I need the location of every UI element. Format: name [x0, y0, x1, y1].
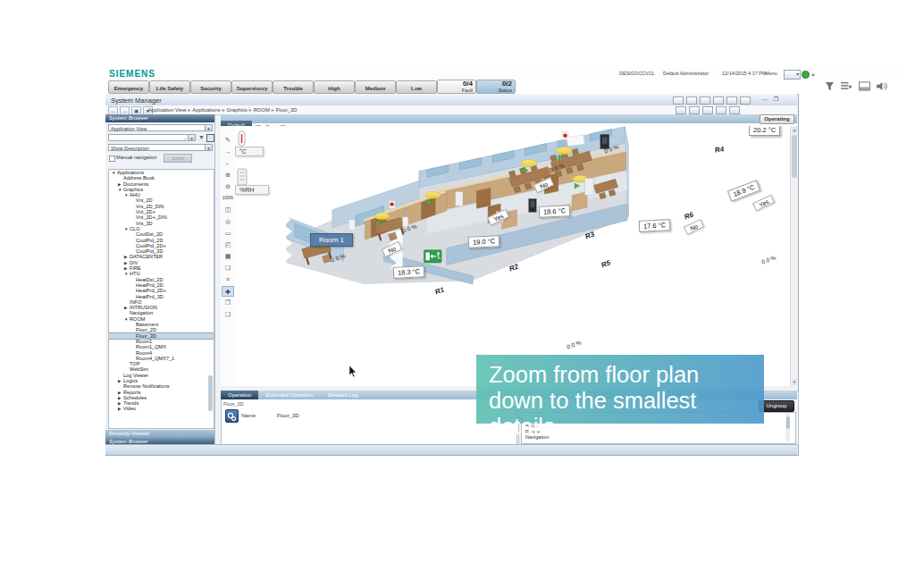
layout-icon[interactable]: [726, 97, 737, 105]
search-input[interactable]: ⌕ ▾: [108, 134, 196, 141]
canvas-scrollbar[interactable]: ▲ ▼: [790, 126, 798, 386]
room-door-label[interactable]: R2: [508, 262, 519, 273]
air-percent-label[interactable]: 0.0 %: [330, 252, 346, 263]
room-door-label[interactable]: R5: [600, 258, 611, 269]
room-door-label[interactable]: R4: [715, 145, 724, 155]
edit-tool[interactable]: ✎: [222, 135, 234, 146]
status-button-life-safety[interactable]: Life Safety: [149, 80, 190, 94]
manual-navigation-checkbox[interactable]: [109, 155, 115, 162]
status-button-trouble[interactable]: Trouble: [273, 80, 314, 94]
zoom-in-tool[interactable]: ⊕: [222, 170, 234, 181]
layout-icon[interactable]: [700, 97, 710, 105]
temperature-label[interactable]: 19.0 °C: [468, 235, 500, 248]
presence-tag[interactable]: No: [533, 177, 554, 193]
air-percent-label[interactable]: 0.0 %: [603, 143, 619, 154]
temperature-label[interactable]: 18.3 °C: [393, 265, 425, 279]
temperature-label[interactable]: 18.6 °C: [539, 205, 571, 218]
presence-tag[interactable]: No: [684, 219, 704, 235]
tree-scrollbar[interactable]: [208, 375, 213, 411]
rect-select-tool[interactable]: ▭: [222, 228, 234, 239]
tab-extended-operation[interactable]: Extended Operation: [258, 391, 320, 399]
view-icon[interactable]: [702, 106, 713, 114]
status-button-medium[interactable]: Medium: [355, 80, 396, 94]
layers-tool[interactable]: ❏: [222, 263, 234, 273]
layout-icon[interactable]: [713, 97, 724, 105]
breadcrumb-item[interactable]: Floor_3D: [276, 107, 298, 113]
zoom-region-tool[interactable]: ◰: [222, 239, 234, 250]
breadcrumb[interactable]: Application View▸Applications▸Graphics▸R…: [148, 107, 297, 113]
collapse-header-icon[interactable]: ▲: [810, 71, 816, 77]
menu-label[interactable]: Menu: [765, 71, 777, 76]
view-icon[interactable]: [689, 106, 700, 114]
event-list-icon[interactable]: [841, 81, 852, 91]
tab-detailed-log[interactable]: Detailed Log: [321, 391, 365, 399]
save-icon[interactable]: [206, 134, 214, 142]
tree-right-icon[interactable]: ▶: [118, 407, 123, 412]
status-button-supervisory[interactable]: Supervisory: [231, 80, 273, 94]
back-tool[interactable]: ←: [222, 158, 234, 169]
view-icon[interactable]: [716, 106, 726, 114]
status-button-high[interactable]: High: [314, 80, 355, 94]
pane-icon[interactable]: [859, 81, 870, 91]
fit-width-tool[interactable]: ◫: [222, 205, 234, 215]
breadcrumb-item[interactable]: Applications: [192, 107, 220, 113]
presence-tag[interactable]: Yes: [752, 195, 775, 212]
layout-icon[interactable]: [673, 97, 684, 105]
status-counter[interactable]: 0/2 Status: [476, 80, 516, 94]
breadcrumb-item[interactable]: Application View: [148, 107, 186, 113]
status-button-emergency[interactable]: Emergency: [108, 80, 149, 94]
status-button-security[interactable]: Security: [190, 80, 231, 94]
tab-operation[interactable]: Operation: [221, 391, 258, 399]
related-list-scrollbar[interactable]: [785, 413, 790, 441]
temperature-label[interactable]: 18.9 °C: [727, 180, 760, 202]
air-percent-label[interactable]: 0.0 %: [401, 223, 417, 233]
window-title: System Manager: [111, 97, 162, 105]
view-icon[interactable]: [676, 106, 686, 114]
zoom-level[interactable]: 100%: [222, 193, 234, 204]
layout-icon[interactable]: [740, 97, 751, 105]
description-selector[interactable]: Show Description▾: [108, 144, 213, 151]
copy-view-tool[interactable]: ❐: [222, 298, 234, 308]
room-door-label[interactable]: R1: [434, 285, 445, 296]
system-browser-header[interactable]: System Browser: [105, 114, 214, 122]
layout-icon[interactable]: [686, 97, 697, 105]
forward-tool[interactable]: →: [222, 147, 234, 157]
zoom-out-tool[interactable]: ⊖: [222, 181, 234, 192]
connection-status-icon: [802, 71, 810, 79]
property-value[interactable]: Floor_3D: [277, 413, 299, 418]
air-percent-label[interactable]: 0.0 %: [549, 162, 565, 172]
align-tool[interactable]: ≡: [222, 274, 234, 285]
temperature-label[interactable]: 17.6 °C: [639, 219, 671, 232]
gears-icon[interactable]: [225, 409, 239, 423]
floorplan-canvas[interactable]: °C %RH 0.0 %0.0 %0.0 %0.0 %0.0 %0.0 %18.…: [235, 126, 790, 386]
breadcrumb-item[interactable]: Graphics: [227, 107, 248, 113]
pan-tool[interactable]: ✚: [222, 286, 234, 297]
air-percent-label[interactable]: 0.0 %: [566, 339, 582, 349]
print-tool[interactable]: ❑: [222, 309, 234, 320]
air-percent-label[interactable]: 0.0 %: [760, 254, 776, 265]
recently-viewed-header[interactable]: Recently Viewed: [105, 430, 214, 438]
tree-item-video[interactable]: ▶Video: [109, 406, 214, 411]
status-button-low[interactable]: Low: [396, 80, 437, 94]
operating-button[interactable]: Operating: [760, 114, 794, 124]
presence-tag[interactable]: Yes: [487, 209, 509, 226]
presence-tag[interactable]: No: [382, 241, 402, 257]
restore-icon[interactable]: ❐: [772, 96, 780, 103]
filter-icon[interactable]: [825, 81, 835, 91]
grid-tool[interactable]: ▦: [222, 251, 234, 262]
view-selector[interactable]: Application View▾: [108, 124, 213, 131]
view-icon[interactable]: [729, 106, 740, 114]
minimize-icon[interactable]: —: [760, 96, 768, 103]
ungroup-button[interactable]: Ungroup: [759, 400, 794, 412]
room-door-label[interactable]: R3: [584, 230, 595, 240]
speaker-icon[interactable]: [877, 81, 887, 91]
room1-badge[interactable]: Room 1: [310, 233, 353, 247]
filter-icon[interactable]: ▼: [198, 134, 205, 140]
breadcrumb-item[interactable]: ROOM: [254, 107, 270, 113]
temperature-label[interactable]: 20.2 °C: [749, 126, 780, 136]
send-button[interactable]: Send: [164, 154, 192, 163]
fault-counter[interactable]: 0/4 Fault: [437, 80, 476, 94]
menu-dropdown[interactable]: ▾: [784, 70, 801, 80]
target-zoom-tool[interactable]: ◎: [222, 216, 234, 227]
room-door-label[interactable]: R6: [684, 210, 694, 221]
